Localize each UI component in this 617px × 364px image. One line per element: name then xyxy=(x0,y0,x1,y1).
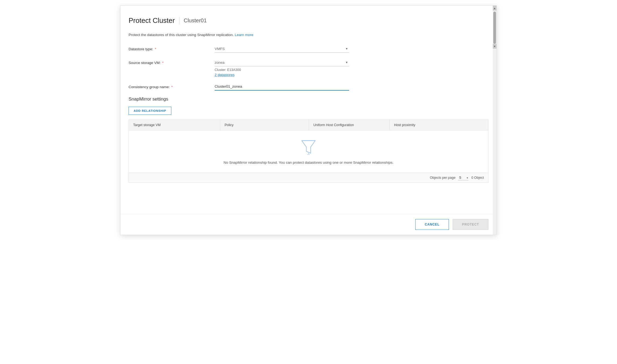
source-vm-row: Source storage VM: * zonea ▾ Cluster: E1… xyxy=(129,59,488,77)
col-policy: Policy xyxy=(220,120,309,130)
scrollbar[interactable]: ▲ ▼ xyxy=(493,6,497,235)
relationships-table: Target storage VM Policy Uniform Host Co… xyxy=(129,120,488,183)
datastore-type-row: Datastore type: * VMFS ▾ xyxy=(129,45,488,53)
dialog-footer: CANCEL PROTECT xyxy=(120,214,497,235)
source-vm-label: Source storage VM: * xyxy=(129,59,215,65)
datastore-type-label: Datastore type: * xyxy=(129,45,215,51)
protect-button[interactable]: PROTECT xyxy=(453,219,488,230)
table-header: Target storage VM Policy Uniform Host Co… xyxy=(129,120,488,130)
source-vm-select[interactable]: zonea ▾ xyxy=(215,59,349,66)
consistency-group-control xyxy=(215,83,349,91)
col-uniform-host: Uniform Host Configuration xyxy=(309,120,390,130)
table-body-empty: No SnapMirror relationship found. You ca… xyxy=(129,130,488,173)
page-subtitle: Cluster01 xyxy=(184,17,207,24)
source-vm-control: zonea ▾ Cluster: E13A300 2 datastores xyxy=(215,59,349,77)
table-footer: Objects per page 5 10 25 ▾ 0 Object xyxy=(129,173,488,183)
consistency-group-label: Consistency group name: * xyxy=(129,83,215,89)
content-area: Protect Cluster Cluster01 Protect the da… xyxy=(120,6,497,214)
page-header: Protect Cluster Cluster01 xyxy=(129,16,488,25)
consistency-group-input[interactable] xyxy=(215,83,349,91)
required-indicator: * xyxy=(171,85,173,89)
per-page-select[interactable]: 5 10 25 xyxy=(458,175,469,180)
cancel-button[interactable]: CANCEL xyxy=(415,219,449,230)
col-target-storage-vm: Target storage VM xyxy=(129,120,220,130)
required-indicator: * xyxy=(155,47,156,51)
scroll-thumb[interactable] xyxy=(493,12,496,44)
per-page-wrapper: 5 10 25 ▾ xyxy=(458,175,469,180)
description-text: Protect the datastores of this cluster u… xyxy=(129,33,488,37)
datastore-type-control: VMFS ▾ xyxy=(215,45,349,53)
page-title: Protect Cluster xyxy=(129,16,175,25)
add-relationship-button[interactable]: ADD RELATIONSHIP xyxy=(129,107,171,115)
svg-marker-0 xyxy=(302,141,315,153)
datastore-type-select[interactable]: VMFS ▾ xyxy=(215,45,349,53)
scroll-up-button[interactable]: ▲ xyxy=(493,6,497,10)
empty-state-message: No SnapMirror relationship found. You ca… xyxy=(224,160,393,165)
source-vm-arrow: ▾ xyxy=(346,60,347,64)
col-host-proximity: Host proximity xyxy=(390,120,488,130)
datastores-link[interactable]: 2 datastores xyxy=(215,73,235,77)
consistency-group-row: Consistency group name: * xyxy=(129,83,488,91)
snapmirror-section-title: SnapMirror settings xyxy=(129,97,488,102)
empty-state-icon xyxy=(300,138,317,157)
scroll-down-button[interactable]: ▼ xyxy=(493,44,497,49)
source-vm-value: zonea xyxy=(215,60,225,65)
datastore-type-arrow: ▾ xyxy=(346,47,347,51)
header-divider xyxy=(179,17,179,24)
datastore-type-value: VMFS xyxy=(215,47,225,51)
protect-cluster-dialog: ▲ ▼ Protect Cluster Cluster01 Protect th… xyxy=(120,5,497,235)
cluster-info: Cluster: E13A300 xyxy=(215,68,349,72)
objects-per-page-label: Objects per page xyxy=(430,176,455,180)
learn-more-link[interactable]: Learn more xyxy=(235,33,253,37)
object-count: 0 Object xyxy=(471,176,484,180)
required-indicator: * xyxy=(162,61,164,65)
